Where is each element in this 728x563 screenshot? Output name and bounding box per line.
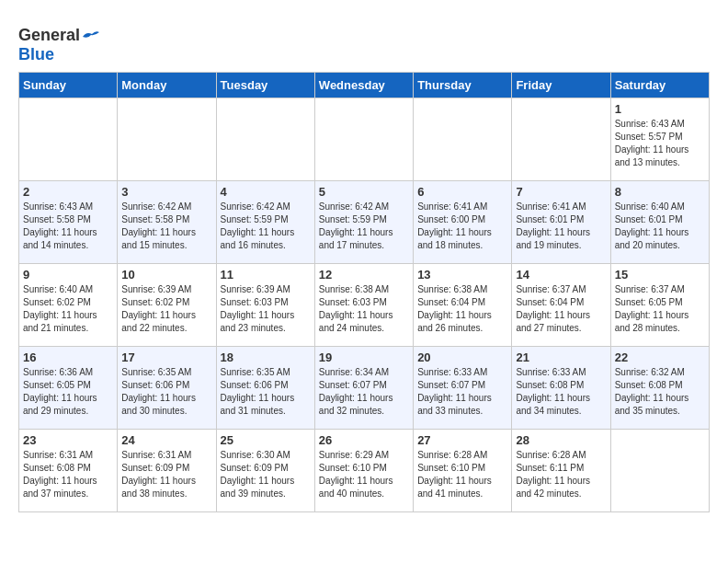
calendar-cell: 20Sunrise: 6:33 AM Sunset: 6:07 PM Dayli… xyxy=(414,347,512,430)
calendar-cell xyxy=(216,98,314,181)
day-info: Sunrise: 6:36 AM Sunset: 6:05 PM Dayligh… xyxy=(23,366,113,418)
day-number: 15 xyxy=(615,268,705,282)
day-info: Sunrise: 6:29 AM Sunset: 6:10 PM Dayligh… xyxy=(319,449,409,500)
day-number: 25 xyxy=(221,433,311,447)
calendar-cell: 14Sunrise: 6:37 AM Sunset: 6:04 PM Dayli… xyxy=(512,264,610,347)
day-info: Sunrise: 6:41 AM Sunset: 6:00 PM Dayligh… xyxy=(417,201,507,252)
day-info: Sunrise: 6:42 AM Sunset: 5:59 PM Dayligh… xyxy=(221,201,311,252)
day-number: 19 xyxy=(319,350,409,364)
day-info: Sunrise: 6:31 AM Sunset: 6:08 PM Dayligh… xyxy=(23,449,113,500)
day-number: 14 xyxy=(516,268,606,282)
calendar-cell xyxy=(314,98,413,181)
day-number: 17 xyxy=(121,350,211,364)
calendar-cell: 1Sunrise: 6:43 AM Sunset: 5:57 PM Daylig… xyxy=(610,98,709,181)
weekday-header-friday: Friday xyxy=(512,73,610,98)
day-info: Sunrise: 6:35 AM Sunset: 6:06 PM Dayligh… xyxy=(121,366,211,418)
calendar-cell: 18Sunrise: 6:35 AM Sunset: 6:06 PM Dayli… xyxy=(216,347,314,430)
day-number: 22 xyxy=(615,350,705,364)
calendar-cell: 4Sunrise: 6:42 AM Sunset: 5:59 PM Daylig… xyxy=(216,181,314,264)
day-number: 8 xyxy=(615,185,705,199)
calendar-table: SundayMondayTuesdayWednesdayThursdayFrid… xyxy=(18,72,710,512)
day-number: 23 xyxy=(23,433,113,447)
calendar-cell: 5Sunrise: 6:42 AM Sunset: 5:59 PM Daylig… xyxy=(314,181,413,264)
calendar-week-row: 2Sunrise: 6:43 AM Sunset: 5:58 PM Daylig… xyxy=(19,181,710,264)
calendar-cell: 26Sunrise: 6:29 AM Sunset: 6:10 PM Dayli… xyxy=(314,430,413,512)
calendar-cell: 13Sunrise: 6:38 AM Sunset: 6:04 PM Dayli… xyxy=(414,264,512,347)
logo-bird-icon xyxy=(81,29,101,44)
calendar-cell: 15Sunrise: 6:37 AM Sunset: 6:05 PM Dayli… xyxy=(610,264,709,347)
day-info: Sunrise: 6:34 AM Sunset: 6:07 PM Dayligh… xyxy=(319,366,409,418)
day-info: Sunrise: 6:37 AM Sunset: 6:04 PM Dayligh… xyxy=(516,283,606,335)
day-info: Sunrise: 6:40 AM Sunset: 6:02 PM Dayligh… xyxy=(23,283,113,335)
calendar-cell: 24Sunrise: 6:31 AM Sunset: 6:09 PM Dayli… xyxy=(118,430,216,512)
calendar-cell xyxy=(512,98,610,181)
calendar-cell xyxy=(118,98,216,181)
weekday-header-wednesday: Wednesday xyxy=(314,73,413,98)
day-number: 28 xyxy=(516,433,606,447)
calendar-header-row: SundayMondayTuesdayWednesdayThursdayFrid… xyxy=(19,73,710,98)
calendar-week-row: 9Sunrise: 6:40 AM Sunset: 6:02 PM Daylig… xyxy=(19,264,710,347)
day-number: 18 xyxy=(221,350,311,364)
day-number: 12 xyxy=(319,268,409,282)
day-info: Sunrise: 6:39 AM Sunset: 6:02 PM Dayligh… xyxy=(121,283,211,335)
day-number: 13 xyxy=(417,268,507,282)
day-number: 2 xyxy=(23,185,113,199)
day-info: Sunrise: 6:39 AM Sunset: 6:03 PM Dayligh… xyxy=(221,283,311,335)
day-info: Sunrise: 6:30 AM Sunset: 6:09 PM Dayligh… xyxy=(221,449,311,500)
calendar-cell: 28Sunrise: 6:28 AM Sunset: 6:11 PM Dayli… xyxy=(512,430,610,512)
calendar-cell: 9Sunrise: 6:40 AM Sunset: 6:02 PM Daylig… xyxy=(19,264,118,347)
calendar-cell: 2Sunrise: 6:43 AM Sunset: 5:58 PM Daylig… xyxy=(19,181,118,264)
day-info: Sunrise: 6:37 AM Sunset: 6:05 PM Dayligh… xyxy=(615,283,705,335)
day-number: 4 xyxy=(221,185,311,199)
day-info: Sunrise: 6:33 AM Sunset: 6:08 PM Dayligh… xyxy=(516,366,606,418)
calendar-cell: 21Sunrise: 6:33 AM Sunset: 6:08 PM Dayli… xyxy=(512,347,610,430)
calendar-cell: 12Sunrise: 6:38 AM Sunset: 6:03 PM Dayli… xyxy=(314,264,413,347)
calendar-cell: 22Sunrise: 6:32 AM Sunset: 6:08 PM Dayli… xyxy=(610,347,709,430)
day-info: Sunrise: 6:33 AM Sunset: 6:07 PM Dayligh… xyxy=(417,366,507,418)
day-info: Sunrise: 6:38 AM Sunset: 6:03 PM Dayligh… xyxy=(319,283,409,335)
day-info: Sunrise: 6:42 AM Sunset: 5:59 PM Dayligh… xyxy=(319,201,409,252)
calendar-cell: 27Sunrise: 6:28 AM Sunset: 6:10 PM Dayli… xyxy=(414,430,512,512)
day-info: Sunrise: 6:28 AM Sunset: 6:11 PM Dayligh… xyxy=(516,449,606,500)
day-number: 9 xyxy=(23,268,113,282)
weekday-header-saturday: Saturday xyxy=(610,73,709,98)
day-number: 11 xyxy=(221,268,311,282)
day-number: 6 xyxy=(417,185,507,199)
calendar-cell: 25Sunrise: 6:30 AM Sunset: 6:09 PM Dayli… xyxy=(216,430,314,512)
day-info: Sunrise: 6:38 AM Sunset: 6:04 PM Dayligh… xyxy=(417,283,507,335)
day-info: Sunrise: 6:42 AM Sunset: 5:58 PM Dayligh… xyxy=(121,201,211,252)
day-number: 20 xyxy=(417,350,507,364)
logo-general: General xyxy=(18,26,80,44)
day-info: Sunrise: 6:43 AM Sunset: 5:57 PM Dayligh… xyxy=(615,118,705,169)
day-number: 24 xyxy=(121,433,211,447)
calendar-cell xyxy=(610,430,709,512)
day-number: 21 xyxy=(516,350,606,364)
calendar-cell: 11Sunrise: 6:39 AM Sunset: 6:03 PM Dayli… xyxy=(216,264,314,347)
day-info: Sunrise: 6:35 AM Sunset: 6:06 PM Dayligh… xyxy=(221,366,311,418)
calendar-week-row: 16Sunrise: 6:36 AM Sunset: 6:05 PM Dayli… xyxy=(19,347,710,430)
weekday-header-sunday: Sunday xyxy=(19,73,118,98)
calendar-cell: 19Sunrise: 6:34 AM Sunset: 6:07 PM Dayli… xyxy=(314,347,413,430)
day-number: 5 xyxy=(319,185,409,199)
day-info: Sunrise: 6:28 AM Sunset: 6:10 PM Dayligh… xyxy=(417,449,507,500)
calendar-week-row: 23Sunrise: 6:31 AM Sunset: 6:08 PM Dayli… xyxy=(19,430,710,512)
calendar-cell: 8Sunrise: 6:40 AM Sunset: 6:01 PM Daylig… xyxy=(610,181,709,264)
calendar-cell: 6Sunrise: 6:41 AM Sunset: 6:00 PM Daylig… xyxy=(414,181,512,264)
weekday-header-thursday: Thursday xyxy=(414,73,512,98)
weekday-header-tuesday: Tuesday xyxy=(216,73,314,98)
logo: General Blue xyxy=(18,26,102,64)
day-info: Sunrise: 6:43 AM Sunset: 5:58 PM Dayligh… xyxy=(23,201,113,252)
weekday-header-monday: Monday xyxy=(118,73,216,98)
day-info: Sunrise: 6:41 AM Sunset: 6:01 PM Dayligh… xyxy=(516,201,606,252)
day-number: 10 xyxy=(121,268,211,282)
calendar-cell: 23Sunrise: 6:31 AM Sunset: 6:08 PM Dayli… xyxy=(19,430,118,512)
day-info: Sunrise: 6:40 AM Sunset: 6:01 PM Dayligh… xyxy=(615,201,705,252)
day-number: 1 xyxy=(615,102,705,116)
calendar-cell xyxy=(19,98,118,181)
day-number: 27 xyxy=(417,433,507,447)
calendar-cell xyxy=(414,98,512,181)
day-number: 16 xyxy=(23,350,113,364)
logo-blue: Blue xyxy=(18,45,54,63)
calendar-cell: 10Sunrise: 6:39 AM Sunset: 6:02 PM Dayli… xyxy=(118,264,216,347)
calendar-cell: 7Sunrise: 6:41 AM Sunset: 6:01 PM Daylig… xyxy=(512,181,610,264)
